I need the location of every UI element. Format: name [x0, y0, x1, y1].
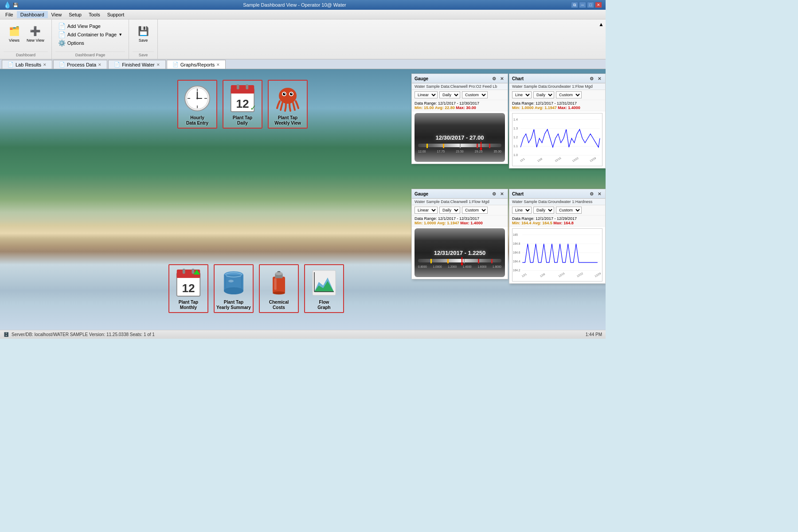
- views-icon: 🗂️: [7, 24, 21, 38]
- menu-item-dashboard[interactable]: Dashboard: [17, 11, 48, 18]
- gauge2-data-range: Data Range: 12/1/2017 - 12/31/2017 Min: …: [412, 215, 508, 227]
- tab-finished-water[interactable]: 📄 Finished Water ✕: [108, 60, 166, 69]
- tab-lab-results-close[interactable]: ✕: [43, 63, 47, 67]
- tab-process-data[interactable]: 📄 Process Data ✕: [53, 60, 107, 69]
- gauge1-settings-btn[interactable]: ⚙: [491, 75, 497, 82]
- icon-hourly-data-entry[interactable]: HourlyData Entry: [177, 80, 217, 129]
- tab-process-data-label: Process Data: [67, 62, 96, 67]
- chart1-close-btn[interactable]: ✕: [596, 75, 602, 82]
- gauge1-value: 12/30/2017 - 27.00: [435, 134, 484, 141]
- gauge1-subtitle: Water Sample Data:Cleanwell Pro:O2 Feed …: [412, 83, 508, 90]
- restore-btn[interactable]: ⧉: [571, 2, 578, 8]
- gauge2-line-select[interactable]: Linear: [415, 207, 438, 214]
- ribbon-btn-views[interactable]: 🗂️ Views: [5, 23, 23, 50]
- tab-graphs-reports[interactable]: 📄 Graphs/Reports ✕: [167, 60, 226, 69]
- menu-item-support[interactable]: Support: [104, 11, 128, 18]
- icon-chemical-costs[interactable]: ChemicalCosts: [259, 264, 299, 313]
- views-label: Views: [9, 38, 20, 43]
- chart1-title: Chart: [512, 76, 524, 81]
- svg-text:1.3: 1.3: [513, 127, 518, 130]
- chart2-line: [522, 244, 598, 262]
- plant-tap-weekly-icon-img: [273, 83, 303, 113]
- chart1-max: Max: 1.4000: [558, 106, 580, 110]
- gauge1-period-select[interactable]: Daily: [439, 91, 460, 98]
- chart1-line-select[interactable]: Line: [512, 91, 532, 98]
- svg-text:12/29: 12/29: [589, 156, 597, 162]
- svg-text:12: 12: [236, 97, 249, 110]
- gauge2-tick-3: 1.4000: [463, 265, 472, 268]
- gauge2-subtitle: Water Sample Data:Cleanwell 1:Flow Mgd: [412, 199, 508, 205]
- svg-text:12/1: 12/1: [521, 273, 528, 278]
- menu-item-setup[interactable]: Setup: [65, 11, 85, 18]
- chart2-period-select[interactable]: Daily: [533, 207, 554, 214]
- gauge1-tick-0: 12.00: [418, 150, 426, 153]
- gauge1-close-btn[interactable]: ✕: [499, 75, 505, 82]
- chart2-min: Min: 164.4: [512, 221, 532, 225]
- gauge2-settings-btn[interactable]: ⚙: [491, 191, 497, 197]
- icon-plant-tap-monthly[interactable]: 12 Plant TapMonthly: [168, 264, 208, 313]
- icon-flow-graph[interactable]: FlowGraph: [304, 264, 344, 313]
- add-container-icon: 📄: [58, 31, 66, 38]
- chart2-svg: 165 164.8 164.6 164.4 164.2 12/1 12/8 12…: [512, 229, 602, 281]
- flow-graph-icon: [310, 269, 338, 297]
- tab-graphs-reports-close[interactable]: ✕: [216, 63, 220, 67]
- menu-item-view[interactable]: View: [48, 11, 66, 18]
- chart2-settings-btn[interactable]: ⚙: [588, 191, 595, 197]
- tab-lab-results[interactable]: 📄 Lab Results ✕: [2, 60, 52, 69]
- tab-graphs-reports-label: Graphs/Reports: [180, 62, 215, 67]
- chart2-line-select[interactable]: Line: [512, 207, 532, 214]
- hourly-data-entry-label: HourlyData Entry: [186, 115, 208, 126]
- icon-plant-tap-weekly[interactable]: Plant TapWeekly View: [268, 80, 308, 129]
- tab-finished-water-label: Finished Water: [122, 62, 155, 67]
- svg-text:1.1: 1.1: [513, 145, 518, 148]
- chart2-area: 165 164.8 164.6 164.4 164.2 12/1 12/8 12…: [512, 228, 602, 282]
- calendar-monthly-icon: 12: [175, 268, 202, 298]
- icon-plant-tap-daily[interactable]: 12 ✓ Plant TapDaily: [223, 80, 262, 129]
- ribbon-add-container[interactable]: 📄 Add Container to Page ▼: [57, 31, 123, 39]
- chart1-settings-btn[interactable]: ⚙: [588, 75, 595, 82]
- chart1-dropdowns: Line Daily Custom: [509, 90, 605, 100]
- titlebar: 💧 💾 Sample Dashboard View - Operator 10@…: [0, 0, 606, 10]
- chart1-header: Chart ⚙ ✕: [509, 74, 605, 83]
- gauge2-period-select[interactable]: Daily: [439, 207, 460, 214]
- chart2-avg: Avg: 164.5: [532, 221, 552, 225]
- main-content: HourlyData Entry 12 ✓: [0, 69, 606, 330]
- chart1-range-select[interactable]: Custom: [556, 91, 582, 98]
- ribbon-collapse-btn[interactable]: ▲: [597, 20, 606, 59]
- tab-lab-results-label: Lab Results: [16, 62, 41, 67]
- plant-tap-monthly-icon-img: 12: [173, 268, 203, 298]
- ribbon-btn-new-view[interactable]: ➕ New View: [25, 23, 46, 50]
- minimize-btn[interactable]: ─: [579, 2, 586, 8]
- ribbon-options[interactable]: ⚙️ Options: [57, 39, 123, 47]
- ribbon-add-view-page[interactable]: 📄 Add View Page: [57, 22, 123, 30]
- tab-graphs-reports-icon: 📄: [172, 62, 179, 67]
- gauge2-tick-2: 1.2000: [448, 265, 457, 268]
- ribbon-btn-save[interactable]: 💾 Save: [134, 23, 152, 50]
- app-icon: 💧: [4, 1, 11, 8]
- gauge2-close-btn[interactable]: ✕: [499, 191, 505, 197]
- tab-lab-results-icon: 📄: [8, 62, 14, 67]
- chart2-close-btn[interactable]: ✕: [596, 191, 602, 197]
- add-container-dropdown[interactable]: ▼: [118, 32, 122, 37]
- icon-plant-tap-yearly[interactable]: Plant TapYearly Summary: [214, 264, 254, 313]
- menu-item-tools[interactable]: Tools: [85, 11, 104, 18]
- window-controls: ⧉ ─ □ ✕: [571, 2, 602, 8]
- flow-graph-label: FlowGraph: [317, 300, 330, 310]
- maximize-btn[interactable]: □: [587, 2, 594, 8]
- svg-point-19: [283, 93, 286, 95]
- quick-access: 💾: [13, 3, 18, 8]
- menu-item-file[interactable]: File: [2, 11, 17, 18]
- gauge2-range-select[interactable]: Custom: [462, 207, 488, 214]
- chart2-dropdowns: Line Daily Custom: [509, 205, 605, 215]
- tab-process-data-close[interactable]: ✕: [98, 63, 102, 67]
- chart2-range-select[interactable]: Custom: [556, 207, 582, 214]
- tab-finished-water-close[interactable]: ✕: [156, 63, 160, 67]
- chart2-data-range: Data Range: 12/1/2017 - 12/29/2017 Min: …: [509, 215, 605, 227]
- gauge2-value: 12/31/2017 - 1.2250: [434, 250, 485, 256]
- svg-point-22: [291, 93, 292, 94]
- close-btn[interactable]: ✕: [595, 2, 602, 8]
- svg-text:12/1: 12/1: [520, 157, 526, 162]
- gauge1-range-select[interactable]: Custom: [462, 91, 488, 98]
- chart1-period-select[interactable]: Daily: [533, 91, 554, 98]
- gauge1-line-select[interactable]: Linear: [415, 91, 438, 98]
